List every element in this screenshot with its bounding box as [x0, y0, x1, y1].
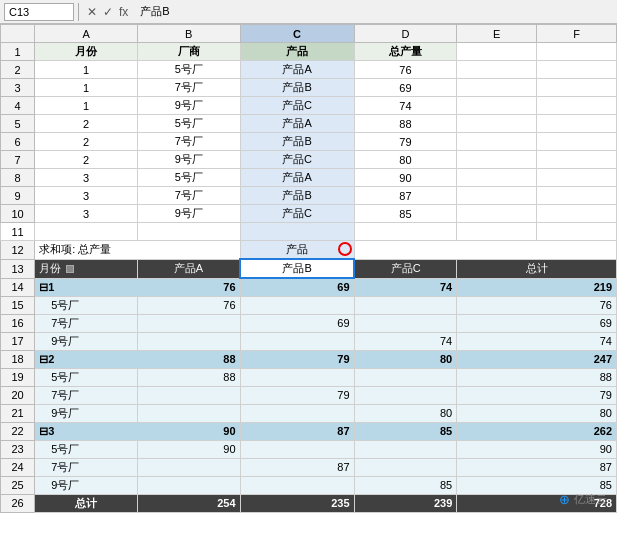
col-c-header[interactable]: C	[240, 25, 354, 43]
pivot-group2-sub1: 19 5号厂 88 88	[1, 368, 617, 386]
table-row: 11	[1, 223, 617, 241]
pivot-grand-total-row: 26 总计 254 235 239 728	[1, 494, 617, 512]
table-row: 10 3 9号厂 产品C 85	[1, 205, 617, 223]
table-row: 7 2 9号厂 产品C 80	[1, 151, 617, 169]
watermark-text: 亿速云	[574, 492, 607, 507]
pivot-group1-proda: 76	[137, 278, 240, 296]
pivot-group3-sub2: 24 7号厂 87 87	[1, 458, 617, 476]
pivot-group1-prodc: 74	[354, 278, 457, 296]
pivot-product-label: 产品	[240, 241, 354, 260]
pivot-proda-header: 产品A	[137, 259, 240, 278]
pivot-group2-sub2: 20 7号厂 79 79	[1, 386, 617, 404]
table-row: 8 3 5号厂 产品A 90	[1, 169, 617, 187]
pivot-col-header-row: 13 月份 产品A 产品B 产品C 总计	[1, 259, 617, 278]
pivot-group1-sub1: 15 5号厂 76 76	[1, 296, 617, 314]
cell-d1[interactable]: 总产量	[354, 43, 457, 61]
cell-f1	[537, 43, 617, 61]
pivot-prodb-header[interactable]: 产品B	[240, 259, 354, 278]
table-row: 4 1 9号厂 产品C 74	[1, 97, 617, 115]
pivot-group1-sub2: 16 7号厂 69 69	[1, 314, 617, 332]
pivot-group3-sub3: 25 9号厂 85 85	[1, 476, 617, 494]
spreadsheet: C13 ✕ ✓ fx	[0, 0, 617, 544]
pivot-summary-header-row: 12 求和项: 总产量 产品	[1, 241, 617, 260]
grid-scroll-area[interactable]: A B C D E F 1 月份 厂商 产品 总产量	[0, 24, 617, 544]
col-f-header[interactable]: F	[537, 25, 617, 43]
pivot-month-header[interactable]: 月份	[35, 259, 138, 278]
pivot-group2-sub3: 21 9号厂 80 80	[1, 404, 617, 422]
fx-icon[interactable]: fx	[119, 5, 128, 19]
cell-ref-text: C13	[9, 6, 29, 18]
formula-separator	[78, 3, 79, 21]
grand-total-proda: 254	[137, 494, 240, 512]
table-row: 9 3 7号厂 产品B 87	[1, 187, 617, 205]
pivot-group1-prodb: 69	[240, 278, 354, 296]
watermark: ⊕ 亿速云	[559, 492, 607, 507]
cancel-icon[interactable]: ✕	[87, 5, 97, 19]
col-d-header[interactable]: D	[354, 25, 457, 43]
formula-bar: C13 ✕ ✓ fx	[0, 0, 617, 24]
cell-a1[interactable]: 月份	[35, 43, 138, 61]
col-header-row: A B C D E F	[1, 25, 617, 43]
grand-total-label: 总计	[35, 494, 138, 512]
corner-header	[1, 25, 35, 43]
pivot-group3-row: 22 ⊟3 90 87 85 262	[1, 422, 617, 440]
grand-total-prodb: 235	[240, 494, 354, 512]
formula-input[interactable]	[136, 3, 613, 21]
formula-icons: ✕ ✓ fx	[83, 5, 132, 19]
pivot-group1-total: 219	[457, 278, 617, 296]
row-1-header: 1	[1, 43, 35, 61]
cell-reference-box[interactable]: C13	[4, 3, 74, 21]
pivot-prodc-header: 产品C	[354, 259, 457, 278]
pivot-sub-factory: 5号厂	[35, 296, 138, 314]
table-row: 3 1 7号厂 产品B 69	[1, 79, 617, 97]
pivot-group1-row: 14 ⊟1 76 69 74 219	[1, 278, 617, 296]
table-row: 2 1 5号厂 产品A 76	[1, 61, 617, 79]
pivot-group3-sub1: 23 5号厂 90 90	[1, 440, 617, 458]
table-row: 5 2 5号厂 产品A 88	[1, 115, 617, 133]
cell-e1	[457, 43, 537, 61]
watermark-icon: ⊕	[559, 492, 570, 507]
confirm-icon[interactable]: ✓	[103, 5, 113, 19]
grand-total-prodc: 239	[354, 494, 457, 512]
pivot-total-header: 总计	[457, 259, 617, 278]
table-row: 1 月份 厂商 产品 总产量	[1, 43, 617, 61]
table-row: 6 2 7号厂 产品B 79	[1, 133, 617, 151]
spreadsheet-table: A B C D E F 1 月份 厂商 产品 总产量	[0, 24, 617, 513]
col-b-header[interactable]: B	[137, 25, 240, 43]
pivot-summary-label: 求和项: 总产量	[35, 241, 240, 260]
pivot-group1-sub3: 17 9号厂 74 74	[1, 332, 617, 350]
col-a-header[interactable]: A	[35, 25, 138, 43]
col-e-header[interactable]: E	[457, 25, 537, 43]
pivot-group2-row: 18 ⊟2 88 79 80 247	[1, 350, 617, 368]
cell-c1[interactable]: 产品	[240, 43, 354, 61]
pivot-group1-month[interactable]: ⊟1	[35, 278, 138, 296]
cell-b1[interactable]: 厂商	[137, 43, 240, 61]
